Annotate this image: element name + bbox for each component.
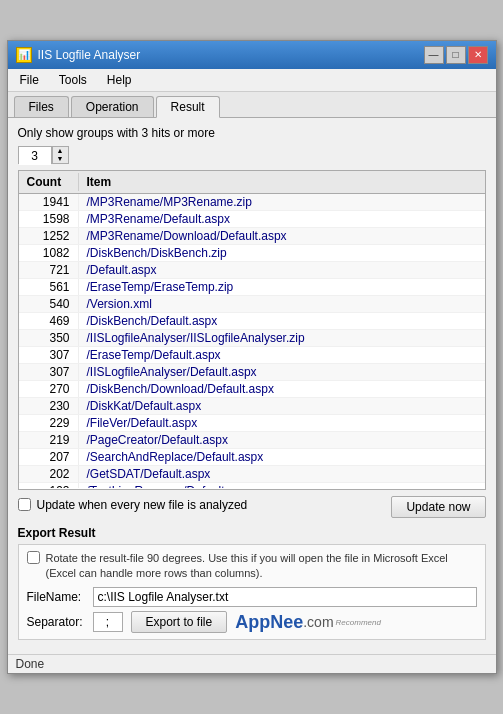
cell-item: /TextLineRemover/Default.aspx: [79, 483, 485, 488]
tab-files[interactable]: Files: [14, 96, 69, 117]
cell-item: /GetSDAT/Default.aspx: [79, 466, 485, 482]
title-buttons: — □ ✕: [424, 46, 488, 64]
appnee-recommend: Recommend: [336, 618, 381, 627]
update-checkbox-row: Update when every new file is analyzed: [18, 498, 248, 512]
cell-item: /EraseTemp/Default.aspx: [79, 347, 485, 363]
filename-input[interactable]: [93, 587, 477, 607]
col-header-item: Item: [79, 173, 485, 191]
table-row: 1941/MP3Rename/MP3Rename.zip: [19, 194, 485, 211]
cell-count: 1252: [19, 228, 79, 244]
spinner-up[interactable]: ▲: [52, 147, 68, 155]
filename-row: FileName:: [27, 587, 477, 607]
table-row: 307/EraseTemp/Default.aspx: [19, 347, 485, 364]
table-row: 230/DiskKat/Default.aspx: [19, 398, 485, 415]
export-section: Rotate the result-file 90 degrees. Use t…: [18, 544, 486, 641]
cell-count: 307: [19, 364, 79, 380]
table-header: Count Item: [19, 171, 485, 194]
table-row: 307/IISLogfileAnalyser/Default.aspx: [19, 364, 485, 381]
spinner-group: ▲ ▼: [18, 146, 69, 164]
rotate-row: Rotate the result-file 90 degrees. Use t…: [27, 551, 477, 582]
title-bar: 📊 IIS Logfile Analyser — □ ✕: [8, 41, 496, 69]
cell-count: 721: [19, 262, 79, 278]
separator-label: Separator:: [27, 615, 87, 629]
cell-item: /DiskKat/Default.aspx: [79, 398, 485, 414]
maximize-button[interactable]: □: [446, 46, 466, 64]
menu-file[interactable]: File: [12, 71, 47, 89]
bottom-section: Update when every new file is analyzed U…: [18, 496, 486, 641]
cell-count: 207: [19, 449, 79, 465]
hits-spinner-input[interactable]: [19, 147, 51, 165]
cell-item: /DiskBench/Download/Default.aspx: [79, 381, 485, 397]
content-area: Only show groups with 3 hits or more ▲ ▼…: [8, 118, 496, 655]
cell-count: 193: [19, 483, 79, 488]
rotate-checkbox[interactable]: [27, 551, 40, 564]
table-row: 229/FileVer/Default.aspx: [19, 415, 485, 432]
cell-count: 540: [19, 296, 79, 312]
cell-count: 1082: [19, 245, 79, 261]
title-bar-left: 📊 IIS Logfile Analyser: [16, 47, 141, 63]
cell-count: 561: [19, 279, 79, 295]
status-text: Done: [16, 657, 45, 671]
table-row: 350/IISLogfileAnalyser/IISLogfileAnalyse…: [19, 330, 485, 347]
cell-item: /DiskBench/DiskBench.zip: [79, 245, 485, 261]
cell-count: 202: [19, 466, 79, 482]
table-row: 270/DiskBench/Download/Default.aspx: [19, 381, 485, 398]
menu-tools[interactable]: Tools: [51, 71, 95, 89]
update-now-button[interactable]: Update now: [391, 496, 485, 518]
spinner-down[interactable]: ▼: [52, 155, 68, 163]
update-checkbox[interactable]: [18, 498, 31, 511]
table-row: 219/PageCreator/Default.aspx: [19, 432, 485, 449]
filename-label: FileName:: [27, 590, 87, 604]
tabs: Files Operation Result: [8, 92, 496, 118]
cell-count: 469: [19, 313, 79, 329]
window-icon: 📊: [16, 47, 32, 63]
cell-count: 350: [19, 330, 79, 346]
table-row: 469/DiskBench/Default.aspx: [19, 313, 485, 330]
update-row: Update when every new file is analyzed U…: [18, 496, 486, 518]
cell-item: /Version.xml: [79, 296, 485, 312]
status-bar: Done: [8, 654, 496, 673]
cell-item: /MP3Rename/Default.aspx: [79, 211, 485, 227]
table-row: 561/EraseTemp/EraseTemp.zip: [19, 279, 485, 296]
cell-count: 229: [19, 415, 79, 431]
appnee-brand-text: AppNee: [235, 612, 303, 633]
export-to-file-button[interactable]: Export to file: [131, 611, 228, 633]
table-row: 721/Default.aspx: [19, 262, 485, 279]
results-table: Count Item 1941/MP3Rename/MP3Rename.zip1…: [18, 170, 486, 490]
col-header-count: Count: [19, 173, 79, 191]
cell-item: /FileVer/Default.aspx: [79, 415, 485, 431]
update-checkbox-label: Update when every new file is analyzed: [37, 498, 248, 512]
cell-count: 1941: [19, 194, 79, 210]
appnee-dotcom: .com: [303, 614, 333, 630]
cell-item: /PageCreator/Default.aspx: [79, 432, 485, 448]
cell-item: /DiskBench/Default.aspx: [79, 313, 485, 329]
close-button[interactable]: ✕: [468, 46, 488, 64]
cell-count: 230: [19, 398, 79, 414]
cell-item: /EraseTemp/EraseTemp.zip: [79, 279, 485, 295]
cell-count: 219: [19, 432, 79, 448]
table-row: 193/TextLineRemover/Default.aspx: [19, 483, 485, 488]
cell-count: 1598: [19, 211, 79, 227]
cell-count: 270: [19, 381, 79, 397]
filter-label: Only show groups with 3 hits or more: [18, 126, 215, 140]
window-title: IIS Logfile Analyser: [38, 48, 141, 62]
menu-help[interactable]: Help: [99, 71, 140, 89]
appnee-logo: AppNee.com Recommend: [235, 612, 381, 633]
table-row: 202/GetSDAT/Default.aspx: [19, 466, 485, 483]
separator-export-appnee: Export to file AppNee.com Recommend: [93, 611, 381, 633]
main-window: 📊 IIS Logfile Analyser — □ ✕ File Tools …: [7, 40, 497, 675]
minimize-button[interactable]: —: [424, 46, 444, 64]
separator-input[interactable]: [93, 612, 123, 632]
menubar: File Tools Help: [8, 69, 496, 92]
table-row: 1598/MP3Rename/Default.aspx: [19, 211, 485, 228]
cell-item: /IISLogfileAnalyser/IISLogfileAnalyser.z…: [79, 330, 485, 346]
filter-row: Only show groups with 3 hits or more: [18, 126, 486, 140]
tab-result[interactable]: Result: [156, 96, 220, 118]
cell-count: 307: [19, 347, 79, 363]
cell-item: /MP3Rename/Download/Default.aspx: [79, 228, 485, 244]
table-body[interactable]: 1941/MP3Rename/MP3Rename.zip1598/MP3Rena…: [19, 194, 485, 488]
table-row: 540/Version.xml: [19, 296, 485, 313]
table-row: 1252/MP3Rename/Download/Default.aspx: [19, 228, 485, 245]
tab-operation[interactable]: Operation: [71, 96, 154, 117]
separator-row: Separator: Export to file AppNee.com Rec…: [27, 611, 477, 633]
